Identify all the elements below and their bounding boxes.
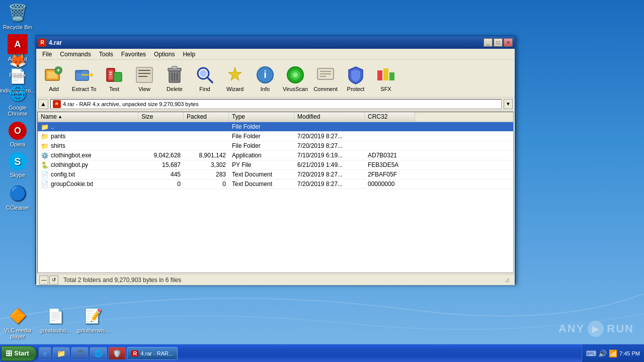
file-modified-cell: 7/20/2019 8:27...: [294, 132, 365, 140]
resize-grip[interactable]: ⊿: [505, 277, 512, 284]
minimize-button[interactable]: _: [484, 38, 493, 47]
file-type-cell: File Folder: [229, 123, 294, 131]
toolbar-delete-button[interactable]: Delete: [160, 62, 189, 95]
file-crc-cell: [365, 126, 415, 127]
taskbar-winrar-app[interactable]: R 4.rar - RAR...: [127, 347, 178, 360]
add-label: Add: [49, 86, 59, 92]
tray-icons: ⌨ 🔊 📶: [586, 349, 617, 357]
toolbar-add-button[interactable]: + Add: [39, 62, 68, 95]
add-icon: +: [44, 65, 64, 85]
toolbar-find-button[interactable]: Find: [190, 62, 219, 95]
address-field: R 4.rar - RAR 4.x archive, unpacked size…: [50, 99, 502, 109]
col-type[interactable]: Type: [229, 112, 294, 121]
address-dropdown[interactable]: ▼: [504, 99, 513, 109]
table-row[interactable]: ⚙️ clothingbot.exe 9,042,628 8,901,142 A…: [38, 151, 513, 160]
folder-icon: 📁: [41, 123, 49, 131]
toolbar-comment-button[interactable]: Comment: [311, 62, 340, 95]
protect-label: Protect: [347, 86, 365, 92]
recycle-bin-icon[interactable]: 🗑️ Recycle Bin: [3, 3, 33, 30]
taskbar: ⊞ Start e 📁 🎵 🌐 🛡️ R 4.rar - RAR...: [0, 344, 644, 362]
firefox-desktop-icon[interactable]: 🦊 Firefox: [3, 50, 33, 78]
status-icons: — ↺: [39, 276, 58, 285]
menu-help[interactable]: Help: [179, 50, 199, 59]
window-title: 4.rar: [49, 39, 62, 46]
toolbar-wizard-button[interactable]: Wizard: [220, 62, 250, 95]
taskbar-security[interactable]: 🛡️: [108, 347, 126, 360]
maximize-button[interactable]: □: [494, 38, 503, 47]
wizard-icon: [225, 65, 245, 85]
file-list-container[interactable]: Name ▲ Size Packed Type Modified: [38, 112, 513, 273]
file-packed-cell: 0: [184, 180, 229, 188]
svg-text:+: +: [56, 67, 60, 74]
menu-tools[interactable]: Tools: [95, 50, 117, 59]
toolbar-sfx-button[interactable]: SFX: [371, 62, 400, 95]
file-crc-cell: 00000000: [365, 180, 415, 188]
folder-icon: 📁: [41, 132, 49, 140]
file-modified-cell: 7/20/2019 8:27...: [294, 142, 365, 150]
file-size-cell: 0: [138, 180, 184, 188]
status-icon-1[interactable]: —: [39, 276, 48, 285]
toolbar: + Add Extract To: [36, 60, 515, 98]
svg-rect-36: [377, 70, 382, 80]
close-button[interactable]: ✕: [504, 38, 513, 47]
toolbar-test-button[interactable]: Test: [100, 62, 129, 95]
col-crc32[interactable]: CRC32: [365, 112, 415, 121]
col-name[interactable]: Name ▲: [38, 112, 138, 121]
file-name-cell: 📁 shirts: [38, 141, 138, 150]
taskbar-folder[interactable]: 📁: [52, 347, 70, 360]
col-modified[interactable]: Modified: [294, 112, 365, 121]
table-row[interactable]: 📄 config.txt 445 283 Text Document 7/20/…: [38, 170, 513, 179]
file-modified-cell: 7/20/2019 8:27...: [294, 170, 365, 178]
toolbar-view-button[interactable]: View: [130, 62, 159, 95]
opera-desktop-icon[interactable]: O Opera: [3, 122, 33, 147]
status-icon-2[interactable]: ↺: [49, 276, 58, 285]
file1-desktop-icon[interactable]: 📄 greatautho...: [40, 306, 70, 339]
svg-rect-38: [389, 72, 394, 80]
file-packed-cell: [184, 145, 229, 146]
toolbar-virusscan-button[interactable]: VirusScan: [281, 62, 310, 95]
file-list-header: Name ▲ Size Packed Type Modified: [38, 112, 513, 122]
file-size-cell: [138, 136, 184, 137]
view-icon: [134, 65, 154, 85]
col-packed[interactable]: Packed: [184, 112, 229, 121]
file-size-cell: 445: [138, 170, 184, 178]
status-bar: — ↺ Total 2 folders and 9,270,903 bytes …: [36, 274, 515, 285]
menu-commands[interactable]: Commands: [56, 50, 95, 59]
menu-favorites[interactable]: Favorites: [117, 50, 150, 59]
view-label: View: [138, 86, 150, 92]
file-crc-cell: 2FBAF05F: [365, 170, 415, 178]
taskbar-ie[interactable]: e: [39, 347, 52, 360]
back-button[interactable]: ▲: [38, 99, 48, 109]
desktop-bottom-icons: 🔶 VLC media player 📄 greatautho... 📝 gir…: [3, 306, 108, 339]
toolbar-extract-to-button[interactable]: Extract To: [69, 62, 99, 95]
file-packed-cell: 3,302: [184, 161, 229, 169]
title-bar-left: R 4.rar: [38, 39, 62, 47]
file-type-cell: File Folder: [229, 132, 294, 140]
menu-file[interactable]: File: [38, 50, 56, 59]
table-row[interactable]: 📁 pants File Folder 7/20/2019 8:27...: [38, 132, 513, 141]
file-type-cell: Text Document: [229, 180, 294, 188]
protect-icon: [346, 65, 366, 85]
chrome-desktop-icon[interactable]: 🌐 Google Chrome: [3, 83, 33, 117]
taskbar-media[interactable]: 🎵: [71, 347, 89, 360]
table-row[interactable]: 📁 shirts File Folder 7/20/2019 8:27...: [38, 141, 513, 151]
toolbar-info-button[interactable]: i Info: [251, 62, 280, 95]
table-row[interactable]: 📄 groupCookie.txt 0 0 Text Document 7/20…: [38, 179, 513, 189]
vlc-desktop-icon[interactable]: 🔶 VLC media player: [3, 306, 33, 339]
file-modified-cell: 7/20/2019 8:27...: [294, 180, 365, 188]
taskbar-chrome-tray[interactable]: 🌐: [90, 347, 107, 360]
file2-desktop-icon[interactable]: 📝 girlotherwis...: [78, 306, 108, 339]
toolbar-protect-button[interactable]: Protect: [341, 62, 370, 95]
menu-options[interactable]: Options: [150, 50, 179, 59]
ccleaner-desktop-icon[interactable]: 🔵 CCleaner: [3, 183, 33, 211]
table-row[interactable]: 📁 .. File Folder: [38, 122, 513, 132]
skype-desktop-icon[interactable]: S Skype: [3, 152, 33, 178]
col-size[interactable]: Size: [138, 112, 184, 121]
file-name-cell: 📄 groupCookie.txt: [38, 179, 138, 189]
test-icon: [104, 65, 124, 85]
file-size-cell: [138, 126, 184, 127]
title-bar-buttons: _ □ ✕: [484, 38, 513, 47]
file-type-cell: PY File: [229, 161, 294, 169]
table-row[interactable]: 🐍 clothingbot.py 15,687 3,302 PY File 6/…: [38, 160, 513, 170]
start-button[interactable]: ⊞ Start: [1, 346, 37, 361]
